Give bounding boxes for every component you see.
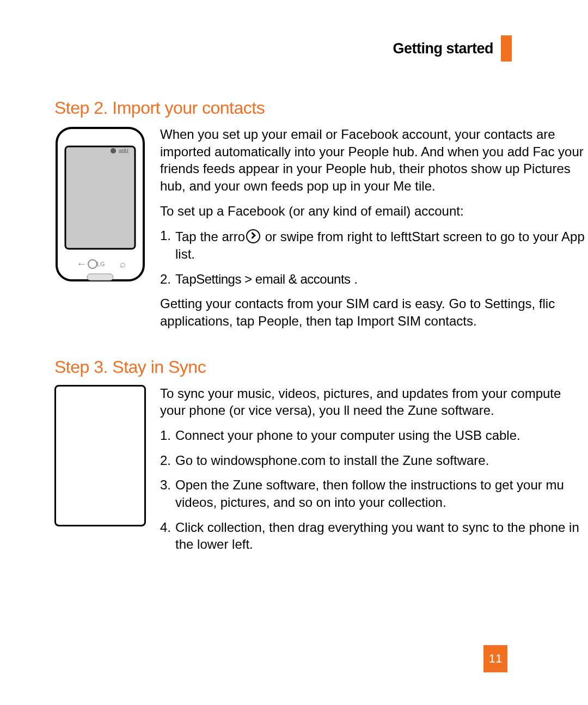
- list-number: 1.: [160, 227, 171, 262]
- step2-item-2: 2. TapSettings > email & accounts .: [160, 271, 588, 288]
- svg-text:←: ←: [76, 258, 87, 269]
- step3-para1: To sync your music, videos, pictures, an…: [160, 385, 588, 419]
- text-frag: Tap the arro: [175, 229, 245, 244]
- step-2-body: When you set up your email or Facebook a…: [160, 126, 588, 338]
- text-frag: or swipe from right to: [261, 229, 390, 244]
- step-2-section: at&t ← LG ⌕ When you set up your email o…: [54, 126, 588, 338]
- list-number: 4.: [160, 519, 171, 553]
- list-number: 3.: [160, 476, 171, 511]
- zune-illustration: [54, 385, 147, 561]
- phone-illustration: at&t ← LG ⌕: [54, 126, 147, 338]
- step3-item-3: 3. Open the Zune software, then follow t…: [160, 476, 588, 511]
- list-text: Click collection, then drag everything y…: [175, 519, 588, 553]
- svg-rect-1: [65, 146, 135, 249]
- settings-path: Settings > email & accounts: [196, 272, 350, 286]
- content: Step 2. Import your contacts at&t ← LG ⌕: [54, 98, 588, 580]
- step-3-body: To sync your music, videos, pictures, an…: [160, 385, 588, 561]
- list-number: 2.: [160, 452, 171, 469]
- page-number-badge: 11: [483, 645, 507, 672]
- list-text: TapSettings > email & accounts .: [175, 271, 588, 288]
- list-number: 1.: [160, 427, 171, 444]
- svg-text:⌕: ⌕: [120, 259, 126, 269]
- step-2-heading: Step 2. Import your contacts: [54, 98, 588, 118]
- step2-para3: Getting your contacts from your SIM card…: [160, 295, 588, 329]
- list-text: Connect your phone to your computer usin…: [175, 427, 588, 444]
- svg-text:at&t: at&t: [119, 148, 128, 154]
- list-text: Open the Zune software, then follow the …: [175, 476, 588, 511]
- orange-marker-icon: [501, 35, 512, 62]
- step2-para2: To set up a Facebook (or any kind of ema…: [160, 203, 588, 220]
- svg-text:LG: LG: [97, 261, 105, 267]
- text-frag: p: [189, 272, 196, 286]
- text-frag: .: [351, 272, 358, 286]
- list-number: 2.: [160, 271, 171, 288]
- step3-item-4: 4. Click collection, then drag everythin…: [160, 519, 588, 553]
- step3-item-2: 2. Go to windowsphone.com to install the…: [160, 452, 588, 469]
- step3-item-1: 1. Connect your phone to your computer u…: [160, 427, 588, 444]
- header: Getting started: [393, 35, 512, 62]
- step-3-section: To sync your music, videos, pictures, an…: [54, 385, 588, 561]
- phone-icon: at&t ← LG ⌕: [54, 126, 146, 289]
- list-text: Tap the arro or swipe from right to left…: [175, 227, 588, 262]
- step2-para1: When you set up your email or Facebook a…: [160, 126, 588, 195]
- device-box-icon: [54, 385, 146, 526]
- text-frag: leftt: [391, 229, 412, 244]
- svg-point-2: [111, 148, 116, 154]
- manual-page: Getting started Step 2. Import your cont…: [0, 0, 588, 705]
- svg-rect-8: [87, 274, 113, 280]
- section-title: Getting started: [393, 40, 493, 57]
- text-frag: Ta: [175, 272, 189, 286]
- arrow-right-circle-icon: [246, 229, 260, 243]
- step-3-heading: Step 3. Stay in Sync: [54, 357, 588, 377]
- step2-item-1: 1. Tap the arro or swipe from right to l…: [160, 227, 588, 262]
- list-text: Go to windowsphone.com to install the Zu…: [175, 452, 588, 469]
